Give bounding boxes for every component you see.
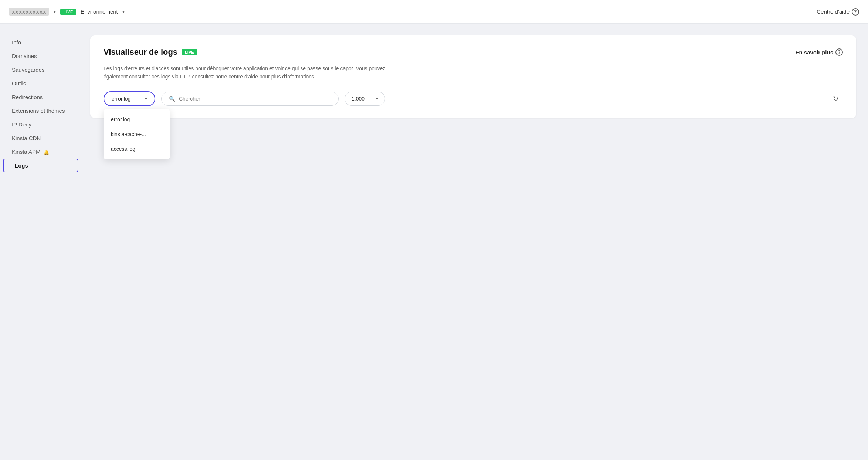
sidebar-item-sauvegardes[interactable]: Sauvegardes — [0, 63, 81, 77]
sidebar-item-domaines[interactable]: Domaines — [0, 49, 81, 63]
env-label: Environnement — [81, 9, 118, 15]
brand-chevron-icon[interactable]: ▾ — [54, 9, 56, 14]
sidebar-item-extensions[interactable]: Extensions et thèmes — [0, 104, 81, 118]
learn-more-icon: ? — [835, 48, 843, 56]
sidebar-item-outils[interactable]: Outils — [0, 77, 81, 90]
lines-chevron-icon: ▾ — [376, 96, 378, 101]
topnav-live-badge: LIVE — [60, 9, 76, 15]
log-select-button[interactable]: error.log ▾ — [104, 91, 155, 106]
sidebar-item-logs[interactable]: Logs — [3, 159, 78, 172]
refresh-button[interactable]: ↻ — [828, 91, 843, 106]
controls-row: error.log ▾ error.log kinsta-cache-... a… — [104, 91, 843, 106]
dropdown-item-accesslog[interactable]: access.log — [104, 142, 170, 156]
card-live-badge: LIVE — [182, 49, 197, 55]
search-icon: 🔍 — [169, 96, 175, 102]
lines-select-button[interactable]: 1,000 ▾ — [345, 92, 385, 106]
sidebar: Info Domaines Sauvegardes Outils Redirec… — [0, 24, 81, 460]
log-dropdown-menu: error.log kinsta-cache-... access.log — [104, 109, 170, 159]
card-description: Les logs d'erreurs et d'accès sont utile… — [104, 64, 407, 81]
help-circle-icon[interactable]: ? — [852, 8, 859, 16]
card-title: Visualiseur de logs — [104, 47, 177, 57]
brand-name: xxxxxxxxxx — [9, 8, 49, 16]
refresh-icon: ↻ — [833, 95, 838, 103]
sidebar-item-redirections[interactable]: Redirections — [0, 90, 81, 104]
learn-more-label: En savoir plus — [795, 49, 833, 55]
card-title-row: Visualiseur de logs LIVE — [104, 47, 197, 57]
logs-card: Visualiseur de logs LIVE En savoir plus … — [90, 35, 856, 118]
help-label[interactable]: Centre d'aide — [817, 9, 850, 15]
log-select-value: error.log — [112, 96, 130, 102]
main-content: Visualiseur de logs LIVE En savoir plus … — [81, 24, 868, 460]
layout: Info Domaines Sauvegardes Outils Redirec… — [0, 24, 868, 460]
topnav-left: xxxxxxxxxx ▾ LIVE Environnement ▾ — [9, 8, 125, 16]
log-select-wrapper: error.log ▾ error.log kinsta-cache-... a… — [104, 91, 155, 106]
sidebar-item-ipdeny[interactable]: IP Deny — [0, 118, 81, 131]
dropdown-item-errorlog[interactable]: error.log — [104, 112, 170, 127]
sidebar-item-kinstacdn[interactable]: Kinsta CDN — [0, 131, 81, 145]
sidebar-item-info[interactable]: Info — [0, 35, 81, 49]
env-chevron-icon[interactable]: ▾ — [122, 9, 125, 14]
topnav-right: Centre d'aide ? — [817, 8, 859, 16]
bell-icon: 🔔 — [44, 150, 49, 155]
learn-more-button[interactable]: En savoir plus ? — [795, 48, 843, 56]
search-bar: 🔍 — [161, 92, 339, 106]
sidebar-item-kinstaapm[interactable]: Kinsta APM 🔔 — [0, 145, 81, 159]
dropdown-item-kinstalog[interactable]: kinsta-cache-... — [104, 127, 170, 142]
search-input[interactable] — [179, 96, 331, 102]
card-header: Visualiseur de logs LIVE En savoir plus … — [104, 47, 843, 57]
lines-select-value: 1,000 — [352, 96, 365, 102]
log-select-chevron-icon: ▾ — [145, 96, 147, 101]
topnav: xxxxxxxxxx ▾ LIVE Environnement ▾ Centre… — [0, 0, 868, 24]
